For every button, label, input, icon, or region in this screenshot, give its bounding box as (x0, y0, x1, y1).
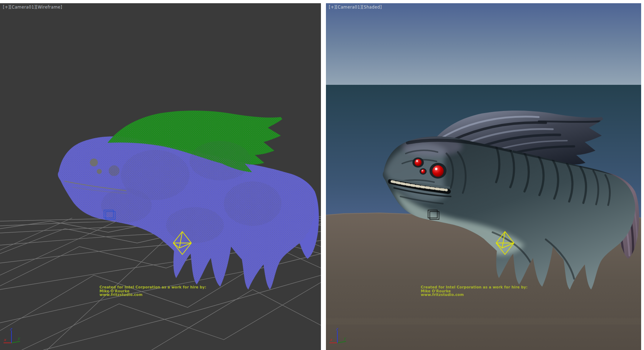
axis-y-label: y (343, 336, 346, 341)
axis-y-label: y (18, 336, 20, 341)
watermark-line1: Created for Intel Corporation as a work … (421, 286, 528, 290)
watermark-line3: www.fritzstudio.com (99, 293, 207, 297)
viewport-label-shaded[interactable]: [+][Camera01][Shaded] (329, 5, 382, 10)
watermark: Created for Intel Corporation as a work … (421, 286, 528, 297)
viewport-shaded[interactable]: [+][Camera01][Shaded] Created for Intel … (326, 3, 641, 350)
wireframe-scene-canvas[interactable] (0, 3, 321, 350)
world-axis-gizmo: x y z (328, 328, 350, 346)
viewport-wireframe[interactable]: [+][Camera01][Wireframe] Created for Int… (0, 3, 321, 350)
axis-x-label: x (4, 337, 6, 342)
watermark-line3: www.fritzstudio.com (421, 293, 528, 297)
world-axis-gizmo: x y z (2, 328, 24, 346)
shaded-scene-canvas[interactable] (326, 3, 641, 350)
watermark: Created for Intel Corporation as a work … (99, 286, 207, 297)
screenshot-frame: [+][Camera01][Wireframe] Created for Int… (0, 0, 644, 350)
viewport-label-wireframe[interactable]: [+][Camera01][Wireframe] (3, 5, 62, 10)
watermark-line1: Created for Intel Corporation as a work … (99, 286, 207, 290)
axis-z-label: z (10, 328, 13, 331)
axis-x-label: x (330, 337, 332, 342)
sky (326, 3, 641, 85)
fish-model-wireframe[interactable] (58, 111, 319, 290)
axis-z-label: z (336, 328, 338, 331)
